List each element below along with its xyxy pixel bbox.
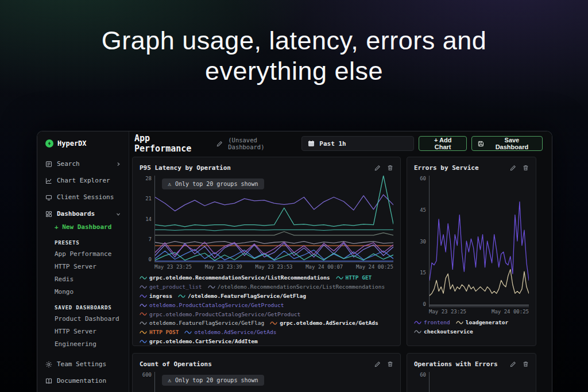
legend-label: checkoutservice xyxy=(424,328,473,335)
app-window: HyperDX Search Chart Explorer Client Ses… xyxy=(37,131,552,392)
series-marker-icon xyxy=(270,321,277,325)
sidebar-item-label: Documentation xyxy=(57,377,121,385)
y-tick-label: 14 xyxy=(145,216,152,222)
series-line xyxy=(430,202,529,281)
sidebar-item-new-dashboard[interactable]: + New Dashboard xyxy=(37,222,129,233)
delete-chart-button[interactable] xyxy=(523,165,529,171)
y-axis: 60 xyxy=(414,372,429,392)
legend-item[interactable]: grpc.oteldemo.RecommendationService/List… xyxy=(140,274,330,281)
legend-item[interactable]: grpc.oteldemo.ProductCatalogService/GetP… xyxy=(140,311,300,318)
sidebar-item-documentation[interactable]: Documentation xyxy=(37,372,129,389)
sidebar-item-client-sessions[interactable]: Client Sessions xyxy=(37,189,129,205)
sidebar-item-preset-redis[interactable]: Redis xyxy=(37,273,129,285)
app-logo[interactable]: HyperDX xyxy=(37,137,129,156)
x-axis: May 23 23:25May 23 23:39May 23 23:53May … xyxy=(154,264,393,270)
sidebar-item-preset-app-performance[interactable]: App Performance xyxy=(37,247,129,260)
delete-chart-button[interactable] xyxy=(523,361,529,367)
y-tick-label: 21 xyxy=(145,196,152,201)
panel-title: Count of Operations xyxy=(140,360,212,368)
x-tick-label: May 24 00:25 xyxy=(356,264,393,270)
edit-chart-button[interactable] xyxy=(510,361,516,367)
series-marker-icon xyxy=(140,339,147,344)
chart-plot-area[interactable] xyxy=(429,372,529,392)
legend-label: ingress xyxy=(149,293,172,300)
edit-chart-button[interactable] xyxy=(510,165,516,171)
chart-plot-area[interactable] xyxy=(429,176,529,307)
legend-label: oteldemo.ProductCatalogService/GetProduc… xyxy=(149,302,284,309)
sidebar-item-chart-explorer[interactable]: Chart Explorer xyxy=(37,172,129,189)
y-tick-label: 60 xyxy=(420,176,426,181)
x-tick-label: May 23 23:53 xyxy=(255,264,292,270)
series-marker-icon xyxy=(456,320,463,325)
chart-plot-area[interactable]: ⚠Only top 20 groups shown xyxy=(154,372,393,392)
series-marker-icon xyxy=(140,330,147,335)
hero-title-line2: everything else xyxy=(205,56,383,86)
hero-title: Graph usage, latency, errors andeverythi… xyxy=(0,25,588,86)
legend-label: grpc.oteldemo.CartService/AddItem xyxy=(149,338,258,345)
chart-plot-area[interactable]: ⚠Only top 20 groups shown xyxy=(154,176,393,262)
legend-item[interactable]: /oteldemo.RecommendationService/ListReco… xyxy=(208,284,385,290)
saved-dashboard-label: HTTP Server xyxy=(55,328,96,335)
sidebar-item-preset-http-server[interactable]: HTTP Server xyxy=(37,260,129,273)
legend-item[interactable]: /oteldemo.FeatureFlagService/GetFlag xyxy=(178,293,306,300)
trash-icon xyxy=(387,165,393,171)
save-icon xyxy=(478,141,484,147)
sidebar-item-label: Team Settings xyxy=(57,360,121,368)
sidebar-item-search[interactable]: Search xyxy=(37,156,129,172)
panel-title: Operations with Errors xyxy=(414,360,498,368)
sidebar-item-team-settings[interactable]: Team Settings xyxy=(37,356,129,372)
legend-label: oteldemo.FeatureFlagService/GetFlag xyxy=(149,320,264,327)
panel-count-of-operations: Count of Operations 600 ⚠Only top 20 gro… xyxy=(132,353,401,392)
app-logo-label: HyperDX xyxy=(57,139,87,148)
sidebar-item-saved-product-dashboard[interactable]: Product Dashboard xyxy=(37,312,129,325)
sidebar-item-saved-engineering[interactable]: Engineering xyxy=(37,337,129,350)
legend-item[interactable]: grpc.oteldemo.AdService/GetAds xyxy=(270,320,378,327)
panel-operations-with-errors: Operations with Errors 60 xyxy=(407,353,536,392)
delete-chart-button[interactable] xyxy=(387,165,393,171)
series-marker-icon xyxy=(414,329,421,334)
legend-item[interactable]: HTTP GET xyxy=(336,274,372,281)
sidebar-item-dashboards[interactable]: Dashboards xyxy=(37,205,129,222)
panel-errors-by-service: Errors by Service 604530150 May 23 23:25… xyxy=(407,157,536,346)
sidebar-item-label: Chart Explorer xyxy=(57,177,121,184)
legend-item[interactable]: get_product_list xyxy=(140,284,202,290)
legend-item[interactable]: oteldemo.FeatureFlagService/GetFlag xyxy=(140,320,264,327)
edit-chart-button[interactable] xyxy=(374,165,381,171)
calendar-icon xyxy=(308,140,315,147)
edit-title-button[interactable] xyxy=(216,141,223,147)
sidebar-item-saved-http-server[interactable]: HTTP Server xyxy=(37,325,129,337)
gear-icon xyxy=(45,361,52,368)
sidebar-item-preset-mongo[interactable]: Mongo xyxy=(37,285,129,298)
legend-item[interactable]: oteldemo.AdService/GetAds xyxy=(184,329,276,336)
series-line xyxy=(155,241,393,244)
add-chart-button[interactable]: + Add Chart xyxy=(419,136,467,151)
panel-p95-latency: P95 Latency by Operation 28211470 ⚠Only … xyxy=(132,157,401,346)
series-marker-icon xyxy=(184,330,192,335)
legend-label: oteldemo.AdService/GetAds xyxy=(194,329,276,336)
add-chart-label: + Add Chart xyxy=(425,137,461,150)
legend-item[interactable]: checkoutservice xyxy=(414,328,473,335)
legend-label: /oteldemo.FeatureFlagService/GetFlag xyxy=(188,293,306,300)
chart-legend: grpc.oteldemo.RecommendationService/List… xyxy=(140,274,393,346)
presets-section-label: PRESETS xyxy=(37,233,129,247)
delete-chart-button[interactable] xyxy=(387,361,393,367)
legend-item[interactable]: oteldemo.ProductCatalogService/GetProduc… xyxy=(140,302,284,309)
series-marker-icon xyxy=(140,321,147,325)
time-range-picker[interactable]: Past 1h xyxy=(301,136,414,151)
legend-item[interactable]: grpc.oteldemo.CartService/AddItem xyxy=(140,338,258,345)
edit-chart-button[interactable] xyxy=(374,361,381,367)
legend-item[interactable]: frontend xyxy=(414,319,450,326)
search-logs-icon xyxy=(45,161,52,168)
header-actions: Past 1h + Add Chart Save Dashboard xyxy=(301,136,543,151)
saved-dashboards-section-label: SAVED DASHBOARDS xyxy=(37,298,129,312)
save-dashboard-label: Save Dashboard xyxy=(488,137,536,150)
save-dashboard-button[interactable]: Save Dashboard xyxy=(471,136,543,151)
y-tick-label: 15 xyxy=(420,270,426,275)
panel-title: Errors by Service xyxy=(414,164,479,172)
legend-item[interactable]: HTTP POST xyxy=(140,329,179,336)
preset-label: Mongo xyxy=(55,288,74,296)
series-marker-icon xyxy=(140,275,147,280)
dashboard-header: App Performance (Unsaved Dashboard) Past… xyxy=(129,131,552,156)
legend-item[interactable]: ingress xyxy=(140,293,172,300)
legend-item[interactable]: loadgenerator xyxy=(456,319,508,326)
